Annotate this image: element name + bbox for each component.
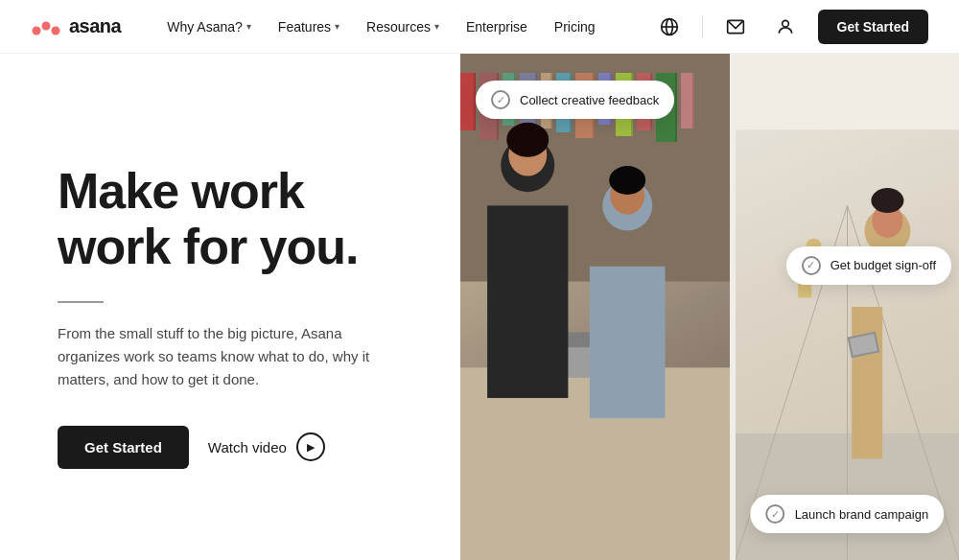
main-content: Make work work for you. From the small s… xyxy=(0,54,959,560)
logo[interactable]: asana xyxy=(31,15,121,37)
mail-button[interactable] xyxy=(718,10,753,44)
check-icon: ✓ xyxy=(766,504,785,524)
svg-point-7 xyxy=(782,20,788,27)
hero-get-started-button[interactable]: Get Started xyxy=(58,426,189,469)
hero-divider xyxy=(58,301,104,303)
svg-point-2 xyxy=(52,26,60,35)
chevron-down-icon: ▾ xyxy=(246,21,251,32)
corridor-photo-canvas xyxy=(736,54,959,560)
hero-right: ✓ Collect creative feedback ✓ Get budget… xyxy=(460,54,959,560)
check-icon: ✓ xyxy=(802,256,821,275)
asana-logo-svg xyxy=(31,17,61,36)
task-chip-launch: ✓ Launch brand campaign xyxy=(751,495,945,533)
user-button[interactable] xyxy=(768,10,803,44)
globe-button[interactable] xyxy=(652,10,687,44)
task-chip-budget: ✓ Get budget sign-off xyxy=(786,246,951,285)
office-corridor-photo: ✓ Get budget sign-off ✓ Launch brand cam… xyxy=(736,54,959,560)
hero-watch-video-button[interactable]: Watch video ▶ xyxy=(208,432,325,461)
hero-left: Make work work for you. From the small s… xyxy=(0,54,460,560)
chevron-down-icon: ▾ xyxy=(434,21,439,32)
play-icon: ▶ xyxy=(296,432,325,461)
nav-links: Why Asana? ▾ Features ▾ Resources ▾ Ente… xyxy=(155,12,651,42)
hero-image-panels: ✓ Collect creative feedback ✓ Get budget… xyxy=(460,54,959,560)
nav-divider xyxy=(702,15,703,38)
user-icon xyxy=(776,17,795,36)
check-icon: ✓ xyxy=(491,90,510,109)
hero-title: Make work work for you. xyxy=(58,164,422,273)
hero-actions: Get Started Watch video ▶ xyxy=(58,426,422,469)
svg-point-1 xyxy=(33,26,41,35)
hero-description: From the small stuff to the big picture,… xyxy=(58,322,403,391)
mail-icon xyxy=(726,17,745,36)
brand-name: asana xyxy=(69,15,121,37)
nav-enterprise[interactable]: Enterprise xyxy=(455,12,539,42)
svg-point-0 xyxy=(42,21,51,30)
nav-right: Get Started xyxy=(652,10,928,44)
chevron-down-icon: ▾ xyxy=(335,21,339,32)
nav-pricing[interactable]: Pricing xyxy=(543,12,607,42)
office-team-photo: ✓ Collect creative feedback xyxy=(460,54,730,560)
nav-get-started-button[interactable]: Get Started xyxy=(818,10,928,44)
nav-resources[interactable]: Resources ▾ xyxy=(355,12,451,42)
navigation: asana Why Asana? ▾ Features ▾ Resources … xyxy=(0,0,959,54)
nav-features[interactable]: Features ▾ xyxy=(267,12,351,42)
office-photo-canvas xyxy=(460,54,730,560)
task-chip-collect-feedback: ✓ Collect creative feedback xyxy=(476,81,674,119)
nav-why-asana[interactable]: Why Asana? ▾ xyxy=(155,12,263,42)
globe-icon xyxy=(660,17,679,36)
